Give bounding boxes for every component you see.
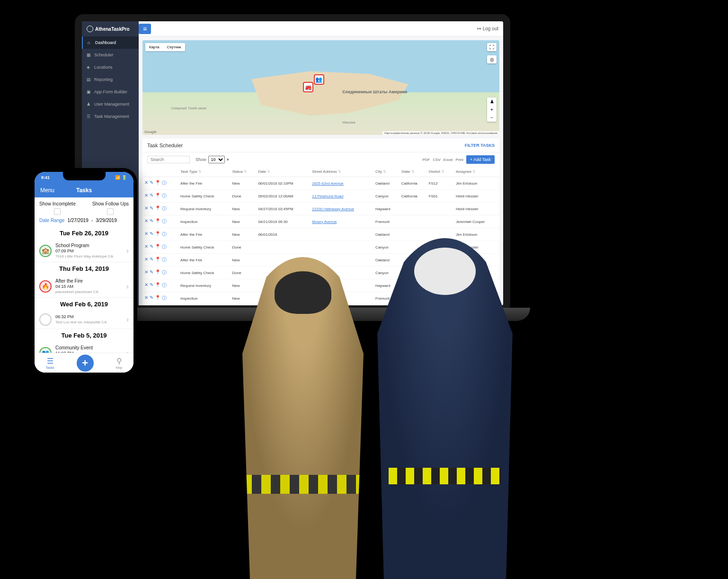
info-icon[interactable]: ⓘ <box>162 295 167 302</box>
edit-icon[interactable]: ✎ <box>150 180 153 187</box>
delete-icon[interactable]: ✕ <box>144 269 148 276</box>
location-icon[interactable]: 📍 <box>155 193 160 199</box>
edit-icon[interactable]: ✎ <box>150 218 153 225</box>
cell-assignee: Jim Erickson <box>454 228 499 241</box>
show-incomplete-checkbox[interactable] <box>54 208 61 215</box>
col-header[interactable]: Date⇅ <box>256 167 310 177</box>
location-icon[interactable]: 📍 <box>155 295 160 302</box>
col-header[interactable]: Assignee⇅ <box>454 167 499 177</box>
location-icon[interactable]: 📍 <box>155 218 160 225</box>
map-fullscreen-button[interactable]: ⛶ <box>487 43 497 51</box>
info-icon[interactable]: ⓘ <box>162 205 167 212</box>
location-icon[interactable]: 📍 <box>155 282 160 289</box>
address-link[interactable]: 13 Pinehurst Road <box>312 194 343 198</box>
delete-icon[interactable]: ✕ <box>144 257 148 263</box>
info-icon[interactable]: ⓘ <box>162 180 167 187</box>
map-pegman[interactable]: ♟ <box>488 98 496 106</box>
delete-icon[interactable]: ✕ <box>144 180 148 187</box>
edit-icon[interactable]: ✎ <box>150 193 153 199</box>
info-icon[interactable]: ⓘ <box>162 257 167 263</box>
edit-icon[interactable]: ✎ <box>150 295 153 302</box>
sidebar-item-reporting[interactable]: ▤Reporting <box>82 73 139 86</box>
export-csv[interactable]: CSV <box>433 158 440 162</box>
show-followups-checkbox[interactable] <box>107 208 114 215</box>
delete-icon[interactable]: ✕ <box>144 295 148 302</box>
edit-icon[interactable]: ✎ <box>150 269 153 276</box>
map-panel[interactable]: Карта Спутник Соединенные Штаты Америки … <box>142 40 499 135</box>
page-size-select[interactable]: 10 <box>208 156 225 163</box>
info-icon[interactable]: ⓘ <box>162 231 167 238</box>
nav-map[interactable]: ⚲ Map <box>116 356 123 369</box>
info-icon[interactable]: ⓘ <box>162 282 167 289</box>
logout-button[interactable]: ↦ Log out <box>477 26 498 31</box>
phone-task-list[interactable]: Tue Feb 26, 2019🏫 School Program 07:09 P… <box>35 227 133 353</box>
map-tab-satellite[interactable]: Спутник <box>163 43 185 51</box>
edit-icon[interactable]: ✎ <box>150 244 153 250</box>
map-marker-1[interactable]: 🚒 <box>303 82 313 92</box>
location-icon[interactable]: 📍 <box>155 257 160 263</box>
edit-icon[interactable]: ✎ <box>150 282 153 289</box>
add-fab-button[interactable]: + <box>77 355 94 372</box>
location-icon[interactable]: 📍 <box>155 269 160 276</box>
task-card[interactable]: 06:32 PM Test Loc test loc marysville CA… <box>35 311 133 329</box>
address-link[interactable]: Mowry Avenue <box>312 220 337 224</box>
menu-button[interactable]: Menu <box>40 187 54 194</box>
delete-icon[interactable]: ✕ <box>144 244 148 250</box>
date-from[interactable]: 1/27/2019 <box>67 218 89 223</box>
filter-tasks-button[interactable]: FILTER TASKS <box>465 143 495 148</box>
info-icon[interactable]: ⓘ <box>162 244 167 250</box>
cell-date: 05/02/2018 12:00AM <box>256 190 310 203</box>
col-header[interactable]: Status⇅ <box>231 167 257 177</box>
col-header[interactable]: State⇅ <box>400 167 427 177</box>
edit-icon[interactable]: ✎ <box>150 231 153 238</box>
delete-icon[interactable]: ✕ <box>144 193 148 199</box>
map-land <box>232 69 428 121</box>
location-icon[interactable]: 📍 <box>155 205 160 212</box>
menu-toggle-button[interactable]: ≡ <box>139 24 151 34</box>
sidebar-item-task-management[interactable]: ☰Task Management <box>82 110 139 123</box>
info-icon[interactable]: ⓘ <box>162 269 167 276</box>
sidebar-item-user-management[interactable]: ♟User Management <box>82 98 139 110</box>
delete-icon[interactable]: ✕ <box>144 282 148 289</box>
col-header[interactable]: Street Address⇅ <box>310 167 373 177</box>
sidebar-item-scheduler[interactable]: ▦Scheduler <box>82 49 139 61</box>
col-header[interactable]: Task Type⇅ <box>178 167 230 177</box>
map-location-button[interactable]: ◎ <box>487 55 497 63</box>
sidebar-item-app-form-builder[interactable]: ▣App Form Builder <box>82 86 139 98</box>
add-task-button[interactable]: + Add Task <box>466 155 495 164</box>
task-name: Community Event <box>55 345 123 351</box>
delete-icon[interactable]: ✕ <box>144 205 148 212</box>
col-header[interactable]: City⇅ <box>373 167 400 177</box>
location-icon[interactable]: 📍 <box>155 180 160 187</box>
location-icon[interactable]: 📍 <box>155 244 160 250</box>
map-zoom-out[interactable]: − <box>489 114 495 122</box>
task-card[interactable]: 👥 Community Event 11:03 PM awesome loc z… <box>35 342 133 353</box>
sidebar-item-dashboard[interactable]: ⌂Dashboard <box>82 36 139 49</box>
address-link[interactable]: 22330 Hathaway Avenue <box>312 207 354 211</box>
col-header[interactable]: District⇅ <box>427 167 454 177</box>
edit-icon[interactable]: ✎ <box>150 205 153 212</box>
info-icon[interactable]: ⓘ <box>162 193 167 199</box>
map-zoom-in[interactable]: + <box>489 106 495 114</box>
location-icon[interactable]: 📍 <box>155 231 160 238</box>
edit-icon[interactable]: ✎ <box>150 257 153 263</box>
delete-icon[interactable]: ✕ <box>144 231 148 238</box>
task-card[interactable]: 🏫 School Program 07:09 PM 7918 Little Pl… <box>35 240 133 262</box>
cell-date <box>256 241 310 254</box>
delete-icon[interactable]: ✕ <box>144 218 148 225</box>
export-print[interactable]: Print <box>455 158 463 162</box>
map-marker-2[interactable]: 👥 <box>314 74 324 85</box>
nav-tasks[interactable]: ☰ Tasks <box>46 356 54 369</box>
info-icon[interactable]: ⓘ <box>162 218 167 225</box>
sidebar-item-locations[interactable]: ◈Locations <box>82 61 139 73</box>
export-pdf[interactable]: PDF <box>422 158 430 162</box>
export-excel[interactable]: Excel <box>444 158 453 162</box>
map-background[interactable]: Соединенные Штаты Америки Мексика Северн… <box>142 40 499 135</box>
search-input[interactable] <box>147 156 190 163</box>
date-to[interactable]: 3/29/2019 <box>96 218 117 223</box>
col-header[interactable] <box>142 167 178 177</box>
task-card[interactable]: 🔥 After the Fire 04:15 AM placestreet pl… <box>35 275 133 298</box>
nav-label: Task Management <box>94 114 129 119</box>
address-link[interactable]: 2625 62nd Avenue <box>312 181 344 186</box>
map-tab-map[interactable]: Карта <box>145 43 163 51</box>
